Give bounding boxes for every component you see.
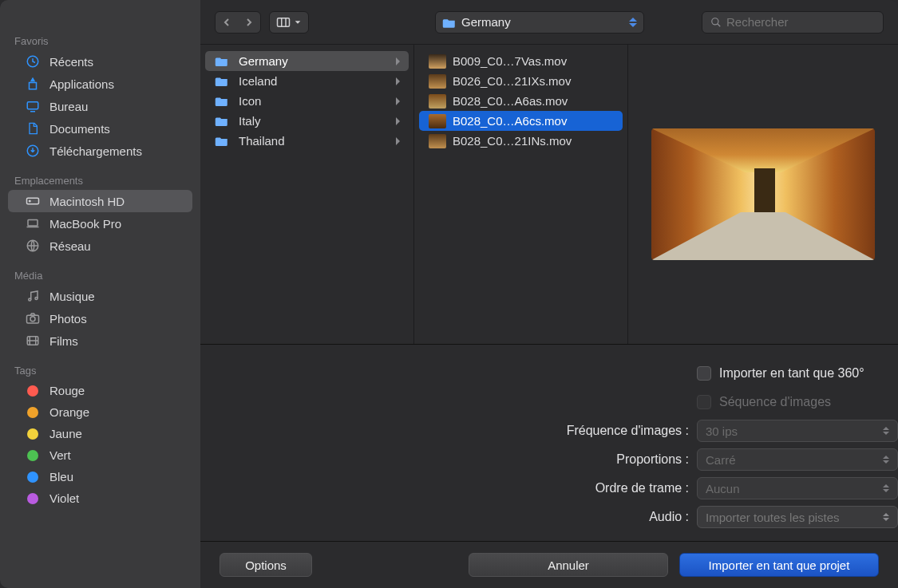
popup-frame-rate[interactable]: 30 ips xyxy=(697,420,898,442)
footer: Options Annuler Importer en tant que pro… xyxy=(200,542,898,588)
search-field[interactable] xyxy=(702,11,884,34)
section-media: Média xyxy=(0,265,200,285)
sidebar-item-macintosh-hd[interactable]: Macintosh HD xyxy=(8,190,192,212)
file-row[interactable]: B028_C0…A6as.mov xyxy=(419,91,623,111)
import-button[interactable]: Importer en tant que projet xyxy=(679,553,879,577)
sidebar-tag-vert[interactable]: Vert xyxy=(8,444,192,466)
sidebar-item-photos[interactable]: Photos xyxy=(8,307,192,330)
sidebar-item-downloads[interactable]: Téléchargements xyxy=(8,140,192,162)
sidebar-item-label: Téléchargements xyxy=(49,144,142,158)
sidebar-item-music[interactable]: Musique xyxy=(8,285,192,307)
chevron-right-icon xyxy=(394,97,401,105)
popup-field-order[interactable]: Aucun xyxy=(697,477,898,499)
popup-value: Importer toutes les pistes xyxy=(706,511,840,524)
svg-point-10 xyxy=(30,317,35,322)
sidebar-item-label: Rouge xyxy=(49,384,85,397)
folder-row-iceland[interactable]: Iceland xyxy=(205,71,409,91)
video-thumb-icon xyxy=(429,75,446,88)
video-thumb-icon xyxy=(429,115,446,128)
popup-value: Carré xyxy=(706,453,736,467)
label-audio: Audio : xyxy=(200,510,697,524)
sidebar-item-label: Documents xyxy=(49,122,110,136)
svg-rect-1 xyxy=(27,102,38,109)
column-browser: Germany Iceland Icon Italy Thailand xyxy=(200,45,898,345)
tag-dot-icon xyxy=(27,450,38,461)
popup-audio[interactable]: Importer toutes les pistes xyxy=(697,506,898,528)
folder-icon xyxy=(215,135,232,148)
globe-icon xyxy=(24,239,42,253)
sidebar-tag-orange[interactable]: Orange xyxy=(8,401,192,423)
cancel-button[interactable]: Annuler xyxy=(469,553,668,577)
checkbox-label: Importer en tant que 360° xyxy=(719,366,864,381)
options-button[interactable]: Options xyxy=(220,553,312,577)
sidebar-item-label: Violet xyxy=(49,491,79,505)
folder-row-italy[interactable]: Italy xyxy=(205,111,409,131)
sidebar-item-label: Bleu xyxy=(49,470,73,483)
sidebar-item-documents[interactable]: Documents xyxy=(8,117,192,140)
document-icon xyxy=(24,121,42,136)
back-button[interactable] xyxy=(216,12,238,33)
laptop-icon xyxy=(24,216,42,231)
file-row[interactable]: B009_C0…7Vas.mov xyxy=(419,51,623,71)
folder-row-germany[interactable]: Germany xyxy=(205,51,409,71)
nav-arrows xyxy=(215,11,261,34)
sidebar-item-label: Jaune xyxy=(49,427,82,440)
folder-icon xyxy=(215,55,232,68)
search-input[interactable] xyxy=(726,15,875,29)
row-label: B028_C0…A6as.mov xyxy=(453,94,568,108)
sidebar-tag-rouge[interactable]: Rouge xyxy=(8,380,192,401)
file-row[interactable]: B028_C0…21INs.mov xyxy=(419,131,623,151)
music-icon xyxy=(24,289,42,303)
tag-dot-icon xyxy=(27,472,38,483)
label-field-order: Ordre de trame : xyxy=(200,481,697,495)
apps-icon xyxy=(24,77,42,91)
sidebar-item-label: Applications xyxy=(49,77,114,91)
folder-row-thailand[interactable]: Thailand xyxy=(205,131,409,151)
folder-row-icon[interactable]: Icon xyxy=(205,91,409,111)
film-icon xyxy=(24,333,42,348)
forward-button[interactable] xyxy=(238,12,260,33)
checkbox-import-360[interactable]: Importer en tant que 360° xyxy=(697,366,864,381)
svg-rect-5 xyxy=(28,220,38,227)
main-panel: Germany Germany Iceland xyxy=(200,0,898,588)
popup-arrows-icon xyxy=(883,427,889,435)
sidebar-item-label: Macintosh HD xyxy=(49,195,125,208)
popup-value: Aucun xyxy=(706,482,740,495)
file-row-selected[interactable]: B028_C0…A6cs.mov xyxy=(419,111,623,131)
sidebar-item-label: MacBook Pro xyxy=(49,217,121,231)
popup-arrows-icon xyxy=(883,484,889,492)
row-label: Thailand xyxy=(239,134,285,148)
sidebar-tag-violet[interactable]: Violet xyxy=(8,487,192,509)
view-mode-button[interactable] xyxy=(269,11,309,34)
video-thumb-icon xyxy=(429,95,446,108)
checkbox-icon xyxy=(697,366,711,381)
sidebar-item-label: Bureau xyxy=(49,100,88,113)
checkbox-image-sequence: Séquence d'images xyxy=(697,395,831,409)
sidebar-tag-jaune[interactable]: Jaune xyxy=(8,423,192,444)
preview-column xyxy=(628,45,898,344)
chevron-right-icon xyxy=(394,77,401,85)
sidebar-item-recents[interactable]: Récents xyxy=(8,50,192,73)
popup-proportions[interactable]: Carré xyxy=(697,448,898,471)
sidebar-item-macbook-pro[interactable]: MacBook Pro xyxy=(8,212,192,235)
label-frame-rate: Fréquence d'images : xyxy=(200,424,697,438)
tag-dot-icon xyxy=(27,385,38,397)
sidebar-item-applications[interactable]: Applications xyxy=(8,73,192,95)
folder-icon xyxy=(215,95,232,108)
sidebar-item-network[interactable]: Réseau xyxy=(8,235,192,257)
video-thumb-icon xyxy=(429,135,446,148)
svg-point-13 xyxy=(712,18,718,24)
popup-arrows-icon xyxy=(629,18,637,27)
path-popup[interactable]: Germany xyxy=(435,11,644,34)
sidebar-item-label: Musique xyxy=(49,290,95,303)
sidebar-item-desktop[interactable]: Bureau xyxy=(8,95,192,117)
disk-icon xyxy=(24,194,42,208)
row-label: Italy xyxy=(239,114,261,128)
desktop-icon xyxy=(24,99,42,113)
svg-point-8 xyxy=(35,298,38,300)
sidebar-tag-bleu[interactable]: Bleu xyxy=(8,466,192,487)
file-row[interactable]: B026_C0…21IXs.mov xyxy=(419,71,623,91)
folder-icon xyxy=(442,17,457,28)
sidebar-item-films[interactable]: Films xyxy=(8,330,192,352)
sidebar: Favoris Récents Applications Bureau Docu… xyxy=(0,0,200,588)
